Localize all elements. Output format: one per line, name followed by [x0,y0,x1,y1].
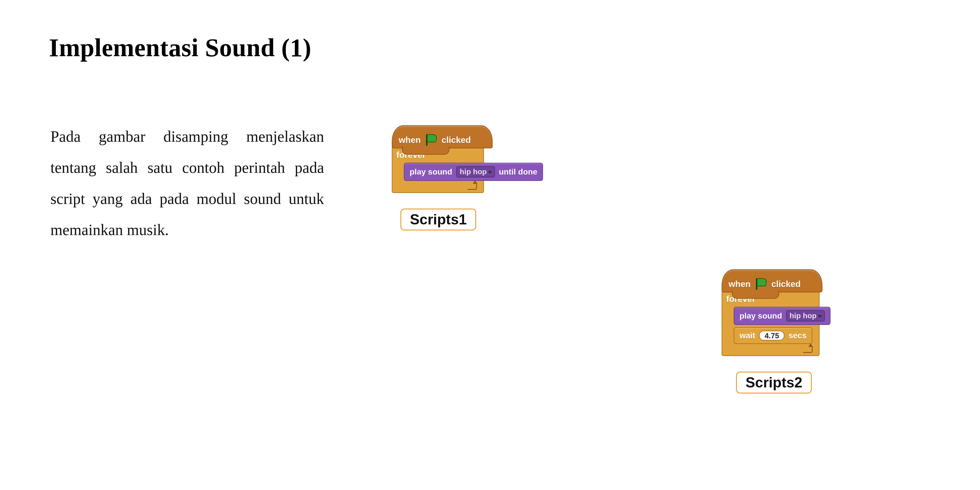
sound-dropdown[interactable]: hip hop [456,166,495,177]
body-paragraph: Pada gambar disamping menjelaskan tentan… [51,121,324,245]
loop-footer [726,346,815,353]
script-group-1: when clicked forever play sound hip hop … [392,125,493,231]
green-flag-icon [755,278,767,290]
until-done-label: until done [499,167,538,177]
hat-clicked-text: clicked [772,279,801,289]
wait-label: wait [740,331,755,340]
forever-slot: play sound hip hop until done [404,163,479,181]
page-title: Implementasi Sound (1) [49,33,312,62]
loop-arrow-icon [803,346,813,353]
slide: Implementasi Sound (1) Pada gambar disam… [0,0,980,490]
loop-footer [396,183,479,190]
block-notch [402,146,449,155]
hat-when-text: when [729,279,751,289]
loop-arrow-icon [468,183,477,190]
forever-block[interactable]: forever play sound hip hop wait 4.75 sec… [722,291,819,356]
script-group-2: when clicked forever play sound hip hop … [722,269,822,393]
secs-label: secs [788,331,806,340]
sound-dropdown[interactable]: hip hop [786,310,825,321]
play-sound-label: play sound [740,312,782,321]
play-sound-label: play sound [410,167,452,177]
hat-clicked-text: clicked [442,135,471,145]
wait-seconds-input[interactable]: 4.75 [759,331,784,340]
block-notch [732,291,779,299]
when-flag-clicked-block[interactable]: when clicked [392,125,493,148]
script2-label: Scripts2 [736,372,812,393]
forever-slot: play sound hip hop wait 4.75 secs [734,307,815,344]
script1-label: Scripts1 [401,208,476,231]
green-flag-icon [425,134,438,146]
hat-when-text: when [399,135,421,145]
when-flag-clicked-block[interactable]: when clicked [722,269,822,293]
wait-block[interactable]: wait 4.75 secs [734,327,812,344]
play-sound-until-done-block[interactable]: play sound hip hop until done [404,163,543,181]
play-sound-block[interactable]: play sound hip hop [734,307,830,325]
